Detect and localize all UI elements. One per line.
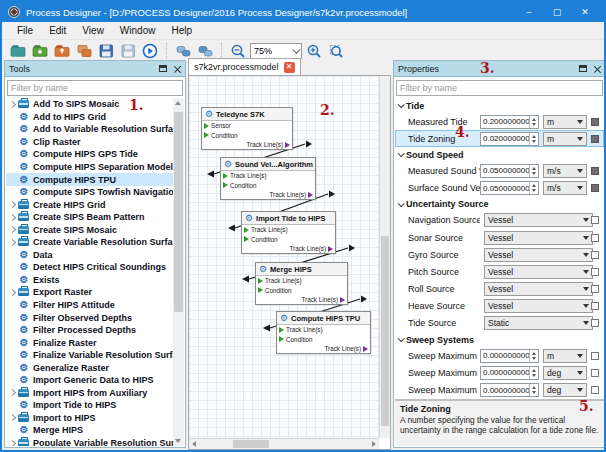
unit-combo[interactable]: deg (543, 366, 587, 380)
collapse-chevron-icon[interactable] (398, 151, 405, 158)
close-panel-icon[interactable] (593, 65, 601, 73)
input-port[interactable]: Track Line(s) (221, 171, 315, 181)
open-process-model-button[interactable] (30, 41, 50, 60)
input-port[interactable]: Track Line(s) (256, 276, 347, 286)
process-node[interactable]: ⚙Import Tide to HIPSTrack Line(s)Conditi… (241, 211, 336, 254)
property-extra-button[interactable] (591, 251, 599, 259)
property-extra-button[interactable] (591, 268, 599, 276)
maximize-button[interactable]: ▢ (544, 4, 570, 20)
tool-item[interactable]: ⚙Compute SIPS Towfish Navigation (6, 186, 173, 199)
property-extra-button[interactable] (591, 135, 599, 143)
unit-combo[interactable]: m/s (543, 181, 587, 195)
expand-chevron-icon[interactable] (9, 414, 16, 421)
copy-process-model-button[interactable] (74, 41, 94, 60)
source-combo[interactable]: Vessel (484, 265, 593, 279)
tool-item[interactable]: Create HIPS Grid (6, 198, 173, 211)
expand-chevron-icon[interactable] (9, 214, 16, 221)
tool-item[interactable]: ⚙Filter Observed Depths (6, 311, 173, 324)
unit-combo[interactable]: m/s (543, 164, 587, 178)
spinner-buttons-icon[interactable] (529, 384, 538, 396)
input-port[interactable]: Condition (242, 235, 335, 245)
scroll-up-icon[interactable] (175, 101, 181, 105)
process-node[interactable]: ⚙Compute HIPS TPUTrack Line(s)ConditionT… (276, 311, 371, 354)
tool-item[interactable]: Import to HIPS (6, 412, 173, 425)
menu-file[interactable]: File (10, 23, 40, 38)
unit-combo[interactable]: deg (543, 383, 587, 397)
spinner-buttons-icon[interactable] (529, 165, 538, 177)
collapse-chevron-icon[interactable] (398, 335, 405, 342)
scroll-thumb[interactable] (233, 440, 269, 448)
tool-item[interactable]: ⚙Import Generic Data to HIPS (6, 374, 173, 387)
tools-scrollbar[interactable] (173, 98, 184, 446)
scroll-down-icon[interactable] (175, 439, 181, 443)
source-combo[interactable]: Vessel (484, 248, 593, 262)
spinner-buttons-icon[interactable] (529, 116, 538, 128)
input-port[interactable]: Condition (256, 286, 347, 296)
tool-item[interactable]: ⚙Add to HIPS Grid (6, 111, 173, 124)
tool-item[interactable]: ⚙Filter HIPS Attitude (6, 299, 173, 312)
scroll-thumb[interactable] (174, 112, 183, 312)
new-process-model-button[interactable] (8, 41, 28, 60)
title-bar[interactable]: Process Designer - [D:/PROCESS Designer/… (2, 2, 604, 22)
close-button[interactable]: ✕ (572, 4, 598, 20)
tool-item[interactable]: ⚙Import Tide to HIPS (6, 399, 173, 412)
save-as-button[interactable] (118, 41, 138, 60)
tool-item[interactable]: Export Raster (6, 286, 173, 299)
scroll-left-icon[interactable] (192, 441, 196, 447)
process-node[interactable]: ⚙Teledyne S7KSensorConditionTrack Line(s… (201, 107, 293, 150)
property-extra-button[interactable] (591, 167, 599, 175)
tool-item[interactable]: Create SIPS Mosaic (6, 223, 173, 236)
tool-item[interactable]: Create Variable Resolution Surface (6, 236, 173, 249)
menu-window[interactable]: Window (113, 23, 163, 38)
input-port[interactable]: Condition (221, 181, 315, 191)
tool-item[interactable]: Add To SIPS Mosaic (6, 98, 173, 111)
value-spinbox[interactable]: 0.000000000 (480, 349, 539, 363)
input-port[interactable]: Track Line(s) (277, 325, 370, 335)
tool-item[interactable]: ⚙Clip Raster (6, 136, 173, 149)
source-combo[interactable]: Vessel (484, 213, 593, 227)
spinner-buttons-icon[interactable] (529, 367, 538, 379)
property-group-header[interactable]: Sound Speed (395, 147, 604, 162)
spinner-buttons-icon[interactable] (529, 133, 538, 145)
save-button[interactable] (96, 41, 116, 60)
expand-chevron-icon[interactable] (9, 439, 16, 446)
canvas-vscrollbar[interactable] (379, 76, 390, 438)
tool-item[interactable]: ⚙Finalize Raster (6, 336, 173, 349)
expand-chevron-icon[interactable] (9, 239, 16, 246)
value-spinbox[interactable]: 0.000000000 (480, 366, 539, 380)
properties-filter-input[interactable] (396, 80, 603, 96)
tool-item[interactable]: ⚙Add to Variable Resolution Surface (6, 123, 173, 136)
value-spinbox[interactable]: 0.000000000 (480, 383, 539, 397)
input-port[interactable]: Sensor (202, 121, 292, 131)
collapse-chevron-icon[interactable] (398, 200, 405, 207)
property-extra-button[interactable] (591, 234, 599, 242)
source-combo[interactable]: Vessel (484, 282, 593, 296)
input-port[interactable]: Track Line(s) (242, 225, 335, 235)
source-combo[interactable]: Vessel (484, 231, 593, 245)
process-canvas[interactable]: ⚙Teledyne S7KSensorConditionTrack Line(s… (189, 76, 379, 438)
expand-chevron-icon[interactable] (9, 101, 16, 108)
property-extra-button[interactable] (591, 319, 599, 327)
tool-item[interactable]: Create SIPS Beam Pattern (6, 211, 173, 224)
source-combo[interactable]: Vessel (484, 299, 593, 313)
property-extra-button[interactable] (591, 118, 599, 126)
run-process-button[interactable] (140, 41, 160, 60)
tab-processmodel[interactable]: s7k2vr.processmodel ✕ (188, 58, 301, 75)
tool-item[interactable]: Populate Variable Resolution Surf... (6, 437, 173, 446)
spinner-buttons-icon[interactable] (529, 350, 538, 362)
unit-combo[interactable]: m (543, 115, 587, 129)
tool-item[interactable]: ⚙Filter Processed Depths (6, 324, 173, 337)
property-extra-button[interactable] (591, 369, 599, 377)
property-group-header[interactable]: Uncertainty Source (395, 197, 604, 212)
process-node[interactable]: ⚙Sound Vel...AlgorithmTrack Line(s)Condi… (220, 157, 316, 200)
unit-combo[interactable]: m (543, 349, 587, 363)
property-extra-button[interactable] (591, 184, 599, 192)
canvas-hscrollbar[interactable] (189, 438, 379, 449)
tool-item[interactable]: Import HIPS from Auxiliary (6, 387, 173, 400)
minimize-button[interactable]: – (516, 4, 542, 20)
tool-item[interactable]: ⚙Data (6, 249, 173, 262)
unit-combo[interactable]: m (543, 132, 587, 146)
tools-filter-input[interactable] (7, 80, 183, 96)
input-port[interactable]: Condition (202, 131, 292, 141)
menu-edit[interactable]: Edit (42, 23, 73, 38)
